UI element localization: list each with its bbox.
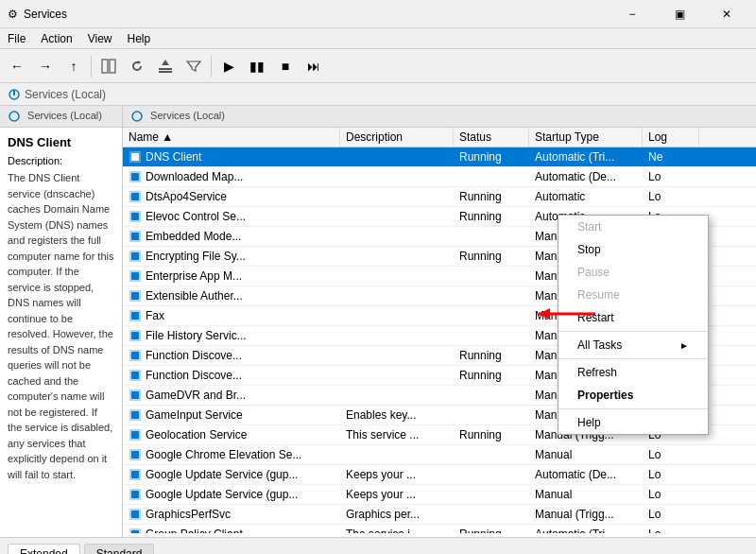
- service-startup-cell: Manual (Trigg...: [529, 505, 643, 524]
- service-desc-cell: [340, 326, 454, 345]
- service-status-cell: [454, 386, 529, 405]
- service-name-cell: Geolocation Service: [123, 425, 340, 444]
- table-row[interactable]: Google Update Service (gup...Keeps your …: [123, 485, 756, 505]
- column-header-description[interactable]: Description: [340, 128, 454, 147]
- service-status-cell: [454, 505, 529, 524]
- stop-button[interactable]: ■: [272, 53, 299, 79]
- svg-rect-28: [131, 332, 139, 339]
- table-row[interactable]: Downloaded Map...Automatic (De...Lo: [123, 167, 756, 187]
- svg-rect-6: [13, 91, 15, 95]
- service-desc-cell: [340, 306, 454, 325]
- back-button[interactable]: ←: [4, 53, 30, 79]
- service-icon: [129, 230, 142, 243]
- show-hide-tree-button[interactable]: [95, 53, 122, 79]
- svg-rect-32: [131, 372, 139, 379]
- menu-action[interactable]: Action: [33, 30, 79, 47]
- column-header-log[interactable]: Log: [643, 128, 699, 147]
- service-name-cell: GameDVR and Br...: [123, 386, 340, 405]
- sidebar-service-name: DNS Client: [8, 135, 114, 149]
- bottom-tabs: Extended Standard: [0, 537, 756, 554]
- maximize-button[interactable]: ▣: [658, 0, 701, 28]
- forward-button[interactable]: →: [32, 53, 59, 79]
- table-row[interactable]: GraphicsPerfSvcGraphics per...Manual (Tr…: [123, 505, 756, 525]
- table-row[interactable]: DtsApo4ServiceRunningAutomaticLo: [123, 187, 756, 207]
- refresh-button[interactable]: [124, 53, 150, 79]
- service-status-cell: Running: [454, 187, 529, 206]
- svg-rect-12: [131, 173, 139, 181]
- filter-button[interactable]: [180, 53, 207, 79]
- service-startup-cell: Automatic (Tri...: [529, 525, 643, 533]
- tab-standard[interactable]: Standard: [84, 544, 155, 554]
- svg-rect-22: [131, 272, 139, 280]
- context-menu-start[interactable]: Start: [558, 216, 708, 238]
- svg-marker-4: [162, 60, 169, 65]
- toolbar: ← → ↑ ▶ ▮▮ ■ ⏭: [0, 49, 756, 83]
- menu-help[interactable]: Help: [120, 30, 159, 47]
- svg-rect-48: [131, 530, 139, 533]
- menu-file[interactable]: File: [0, 30, 33, 47]
- service-name-cell: DtsApo4Service: [123, 187, 340, 206]
- context-menu-properties[interactable]: Properties: [558, 384, 708, 407]
- service-status-cell: [454, 406, 529, 424]
- service-log-cell: Ne: [643, 147, 699, 166]
- service-name-cell: Encrypting File Sy...: [123, 247, 340, 266]
- context-menu-refresh[interactable]: Refresh: [558, 361, 708, 384]
- table-header: Name ▲ Description Status Startup Type L…: [123, 128, 756, 147]
- service-name-cell: Google Chrome Elevation Se...: [123, 445, 340, 464]
- sidebar-header-label: Services (Local): [27, 110, 102, 121]
- table-row[interactable]: DNS ClientRunningAutomatic (Tri...Ne: [123, 147, 756, 167]
- menu-view[interactable]: View: [80, 30, 120, 47]
- column-header-startup[interactable]: Startup Type: [529, 128, 643, 147]
- start-button[interactable]: ▶: [215, 53, 242, 79]
- minimize-button[interactable]: −: [610, 0, 654, 28]
- context-menu-all-tasks[interactable]: All Tasks ►: [558, 334, 708, 356]
- sidebar-description-label: Description:: [8, 155, 114, 166]
- pause-button[interactable]: ▮▮: [244, 53, 270, 79]
- table-row[interactable]: Google Chrome Elevation Se...ManualLo: [123, 445, 756, 465]
- service-icon: [129, 150, 142, 164]
- service-startup-cell: Manual: [529, 485, 643, 504]
- up-button[interactable]: ↑: [60, 53, 87, 79]
- all-tasks-label: All Tasks: [577, 338, 622, 352]
- svg-rect-1: [110, 60, 115, 73]
- service-name-cell: Downloaded Map...: [123, 167, 340, 186]
- svg-rect-0: [102, 60, 108, 73]
- service-name-cell: Google Update Service (gup...: [123, 465, 340, 484]
- tab-extended[interactable]: Extended: [8, 544, 80, 554]
- service-desc-cell: [340, 167, 454, 186]
- column-header-name[interactable]: Name ▲: [123, 128, 340, 147]
- service-desc-cell: [340, 386, 454, 405]
- svg-rect-24: [131, 292, 139, 300]
- svg-point-7: [9, 112, 19, 121]
- context-menu-help[interactable]: Help: [558, 411, 708, 434]
- restart-button[interactable]: ⏭: [301, 53, 327, 79]
- context-menu-resume[interactable]: Resume: [558, 284, 708, 306]
- context-menu-sep-3: [558, 408, 708, 409]
- main-layout: Services (Local) DNS Client Description:…: [0, 106, 756, 537]
- service-icon: [129, 508, 142, 521]
- service-name-cell: DNS Client: [123, 147, 340, 166]
- table-row[interactable]: Group Policy ClientThe service i...Runni…: [123, 525, 756, 533]
- service-name-cell: Function Discove...: [123, 346, 340, 365]
- service-name-cell: Group Policy Client: [123, 525, 340, 533]
- sidebar-services-icon: [8, 110, 21, 123]
- window-controls: − ▣ ✕: [610, 0, 748, 28]
- context-menu-pause[interactable]: Pause: [558, 261, 708, 284]
- column-header-status[interactable]: Status: [454, 128, 529, 147]
- service-status-cell: Running: [454, 525, 529, 533]
- svg-rect-18: [131, 233, 139, 240]
- service-log-cell: Lo: [643, 465, 699, 484]
- export-button[interactable]: [152, 53, 179, 79]
- context-menu-stop[interactable]: Stop: [558, 238, 708, 261]
- service-name-cell: Enterprise App M...: [123, 267, 340, 286]
- close-button[interactable]: ✕: [705, 0, 748, 28]
- toolbar-separator-2: [211, 56, 212, 77]
- table-row[interactable]: Google Update Service (gup...Keeps your …: [123, 465, 756, 485]
- context-menu-restart[interactable]: Restart: [558, 306, 708, 329]
- service-desc-cell: [340, 445, 454, 464]
- service-status-cell: Running: [454, 425, 529, 444]
- services-icon: [8, 88, 21, 101]
- content-icon: [130, 110, 144, 123]
- toolbar-separator-1: [91, 56, 92, 77]
- service-icon: [129, 349, 142, 362]
